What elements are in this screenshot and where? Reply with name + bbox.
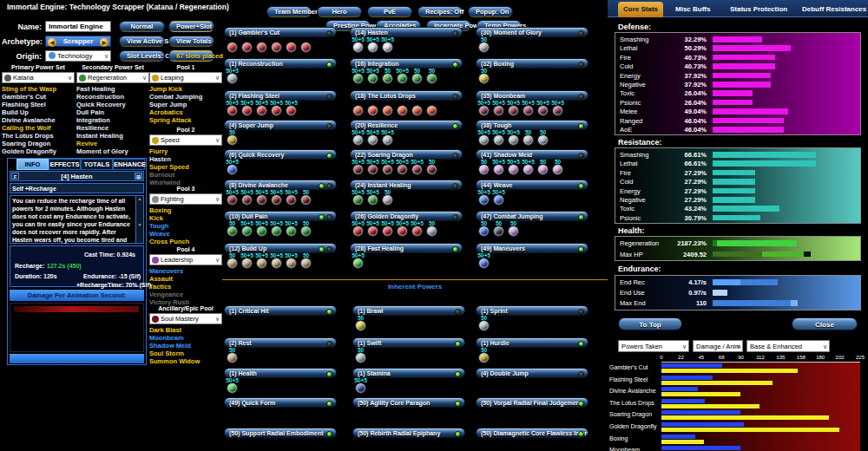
enhancement-slot[interactable] [366, 100, 379, 117]
enhancement-slot[interactable]: 50+5 [226, 377, 239, 395]
power-list-item[interactable]: Build Up [2, 108, 75, 116]
enhancement-icon[interactable] [286, 226, 297, 237]
enhancement-slot[interactable]: 50+5 [492, 129, 505, 147]
power-list-item[interactable]: Soul Storm [149, 350, 222, 357]
enhancement-slot[interactable]: 50+5 [352, 189, 365, 206]
power-list-item[interactable]: The Lotus Drops [2, 132, 75, 140]
enhancement-icon[interactable] [352, 194, 364, 206]
enhancement-slot[interactable]: 50 [354, 315, 367, 332]
normal-mode-button[interactable]: Normal [119, 21, 165, 32]
stats-tab-core-stats[interactable]: Core Stats [618, 2, 663, 17]
power-bar[interactable]: (1) Stamina [352, 368, 465, 378]
enhancement-icon[interactable] [552, 164, 563, 175]
enhancement-slot[interactable]: 50+5 [477, 189, 490, 206]
power-list-item[interactable]: Dull Pain [76, 108, 149, 116]
power-bar[interactable]: (4) Super Jump [224, 120, 337, 130]
enhancement-slot[interactable]: 50+5 [240, 100, 253, 117]
enhancement-slot[interactable]: 50+5 [366, 36, 379, 54]
enhancement-icon[interactable] [508, 105, 519, 116]
enhancement-icon[interactable] [241, 226, 253, 237]
enhancement-slot[interactable] [226, 36, 239, 54]
enhancement-icon[interactable] [286, 194, 297, 206]
archetype-prev-button[interactable]: ◀ [48, 38, 56, 47]
chart-filter-select[interactable]: Base & Enhanced∨ [746, 340, 830, 352]
enhancement-slot[interactable]: 50+5 [507, 159, 520, 176]
enhancement-slot[interactable]: 50 [381, 189, 394, 206]
origin-select[interactable]: Technology ∨ [45, 50, 111, 62]
enhancement-icon[interactable] [478, 42, 490, 53]
power-list-item[interactable]: Fast Healing [76, 85, 149, 93]
enhancement-slot[interactable]: 50 [536, 159, 549, 176]
enhancement-icon[interactable] [367, 42, 378, 53]
info-tab-enhance[interactable]: ENHANCE [113, 159, 145, 170]
power-bar[interactable]: (1) Reconstruction [224, 58, 337, 69]
enhancement-slot[interactable]: 50 [477, 159, 490, 176]
enhancement-icon[interactable] [227, 226, 238, 237]
enhancement-slot[interactable]: 50+5 [352, 36, 365, 54]
enhancement-slot[interactable]: 50 [226, 129, 239, 147]
power-list-item[interactable]: Calling the Wolf [2, 124, 75, 132]
enhancement-icon[interactable] [493, 164, 504, 175]
enhancement-slot[interactable]: 50+5 [381, 36, 394, 54]
power-list-item[interactable]: Tactics [149, 283, 222, 291]
enhancement-icon[interactable] [352, 134, 364, 146]
enhancement-slot[interactable] [381, 100, 394, 117]
power-bar[interactable]: (32) Boxing [476, 58, 589, 69]
enhancement-icon[interactable] [352, 73, 364, 84]
enhancement-slot[interactable]: 50+5 [381, 159, 394, 176]
enhancement-slot[interactable]: 50+5 [507, 129, 520, 147]
enhancement-slot[interactable] [240, 36, 253, 54]
power-list-item[interactable]: Super Speed [149, 163, 222, 171]
enhancement-icon[interactable] [256, 42, 267, 53]
enhancement-slot[interactable]: 50 [477, 36, 490, 54]
enhancement-icon[interactable] [227, 105, 238, 116]
enhancement-slot[interactable]: 50+5 [285, 252, 298, 270]
power-list-item[interactable]: Spring Attack [149, 116, 222, 124]
power-list-item[interactable]: Acrobatics [149, 108, 222, 116]
stats-tab-debuff-resistances[interactable]: Debuff Resistances [797, 2, 868, 17]
enhancement-icon[interactable] [256, 226, 267, 237]
enhancement-slot[interactable]: 50+5 [285, 189, 298, 206]
detach-icon[interactable]: ⊞ [135, 173, 142, 180]
power-list-item[interactable]: Boxing [149, 206, 222, 214]
enhancement-icon[interactable] [227, 42, 238, 53]
power-bar[interactable]: (28) Fast Healing [350, 243, 463, 253]
enhancement-icon[interactable] [367, 134, 378, 146]
float-button[interactable]: F [11, 173, 19, 180]
enhancement-slot[interactable]: 50+5 [285, 100, 298, 117]
enhancement-icon[interactable] [523, 134, 534, 146]
enhancement-slot[interactable]: 50+5 [411, 159, 424, 176]
enhancement-icon[interactable] [382, 194, 393, 206]
enhancement-icon[interactable] [382, 226, 393, 237]
enhancement-icon[interactable] [227, 164, 238, 175]
powerset-select[interactable]: Regeneration∨ [76, 72, 149, 83]
enhancement-icon[interactable] [478, 194, 490, 206]
enhancement-icon[interactable] [508, 226, 519, 237]
chart-filter-select[interactable]: Powers Taken∨ [618, 340, 689, 352]
powerset-select[interactable]: Leaping∨ [149, 72, 222, 83]
archetype-selector[interactable]: ◀ Scrapper ▶ [45, 36, 111, 47]
enhancement-icon[interactable] [493, 105, 504, 116]
enhancement-slot[interactable]: 50 [226, 347, 239, 364]
enhancement-slot[interactable]: 50 [536, 129, 549, 147]
enhancement-icon[interactable] [478, 164, 490, 175]
enhancement-slot[interactable] [396, 100, 409, 117]
view-active-sets-button[interactable]: View Active Sets [119, 36, 165, 47]
description-scrollbar[interactable]: ▲▼ [135, 196, 143, 243]
power-list-item[interactable]: Tough [149, 222, 222, 230]
enhancement-slot[interactable]: 50+5 [477, 252, 490, 270]
enhancement-slot[interactable]: 50+5 [352, 220, 365, 238]
stats-tab-misc-buffs[interactable]: Misc Buffs [670, 2, 715, 17]
power-bar[interactable]: (1) Swift [352, 337, 465, 348]
enhancement-icon[interactable] [382, 105, 393, 116]
powerset-select[interactable]: Speed∨ [149, 134, 222, 146]
enhancement-icon[interactable] [286, 105, 297, 116]
enhancement-icon[interactable] [227, 134, 238, 146]
enhancement-icon[interactable] [227, 194, 238, 206]
enhancement-icon[interactable] [382, 164, 393, 175]
toolbar-button[interactable]: Team Members [266, 6, 312, 17]
power-list-item[interactable]: Kick [149, 214, 222, 222]
power-list-item[interactable]: Cross Punch [149, 238, 222, 245]
info-tab-totals[interactable]: TOTALS [81, 159, 113, 170]
to-top-button[interactable]: To Top [618, 317, 682, 330]
